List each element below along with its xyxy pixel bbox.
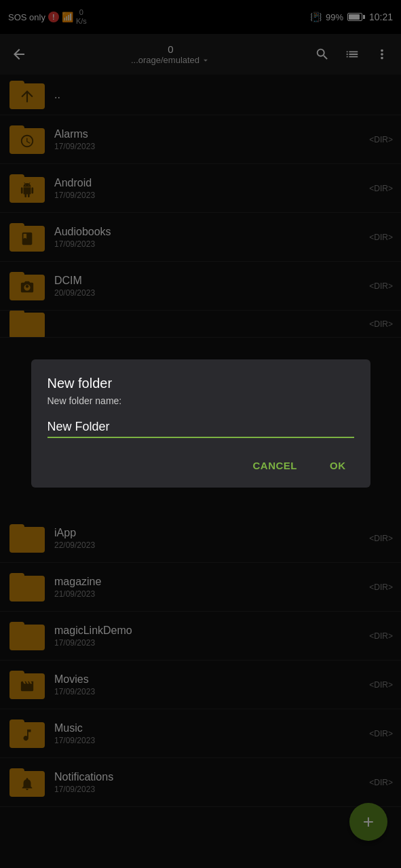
new-folder-dialog: New folder New folder name: CANCEL OK <box>31 359 370 488</box>
dialog-overlay: New folder New folder name: CANCEL OK <box>0 0 401 868</box>
dialog-subtitle: New folder name: <box>47 395 354 406</box>
folder-name-input[interactable] <box>47 417 354 438</box>
dialog-actions: CANCEL OK <box>47 454 354 477</box>
dialog-title: New folder <box>47 376 354 391</box>
ok-button[interactable]: OK <box>322 454 354 477</box>
cancel-button[interactable]: CANCEL <box>245 454 306 477</box>
